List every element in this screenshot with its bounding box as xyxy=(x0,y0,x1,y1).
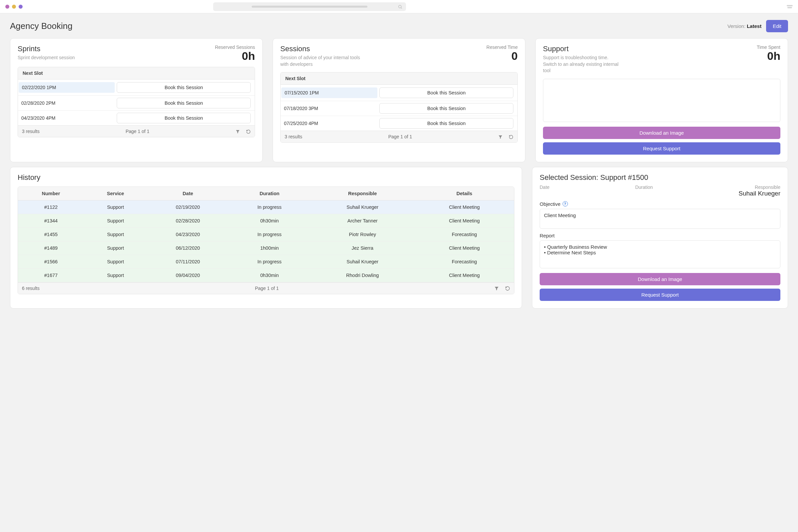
slot-date: 07/15/2020 1PM xyxy=(281,88,377,98)
slot-date: 07/18/2020 3PM xyxy=(281,103,378,114)
objective-value: Client Meeting xyxy=(544,212,576,218)
objective-textbox[interactable]: Client Meeting xyxy=(540,209,780,229)
sessions-subtitle: Session of advice of your internal tools… xyxy=(280,55,360,68)
history-cell-number: #1122 xyxy=(18,200,84,214)
book-session-button[interactable]: Book this Session xyxy=(379,88,513,98)
sprints-results-count: 3 results xyxy=(22,129,40,134)
selected-responsible-label: Responsible xyxy=(739,185,780,190)
history-cell-responsible: Jez Sierra xyxy=(310,241,415,255)
history-row[interactable]: #1489Support06/12/20201h00minJez SierraC… xyxy=(18,241,514,255)
sessions-results-count: 3 results xyxy=(285,134,302,139)
download-image-button[interactable]: Download an Image xyxy=(543,127,780,139)
history-cell-date: 06/12/2020 xyxy=(147,241,229,255)
book-session-button[interactable]: Book this Session xyxy=(117,82,251,93)
slot-date: 07/25/2020 4PM xyxy=(281,118,378,129)
slot-row: 07/25/2020 4PMBook this Session xyxy=(281,116,517,131)
history-cell-number: #1455 xyxy=(18,227,84,241)
page-header: Agency Booking Version: Latest Edit xyxy=(10,20,788,32)
history-row[interactable]: #1566Support07/11/2020In progressSuhail … xyxy=(18,255,514,268)
history-cell-responsible: Piotr Rowley xyxy=(310,227,415,241)
window-maximize-icon[interactable] xyxy=(19,5,23,8)
history-cell-details: Client Meeting xyxy=(415,200,514,214)
book-session-button[interactable]: Book this Session xyxy=(379,103,513,114)
request-support-button[interactable]: Request Support xyxy=(540,289,780,301)
history-row[interactable]: #1677Support09/04/20200h30minRhodri Dowl… xyxy=(18,268,514,282)
edit-button[interactable]: Edit xyxy=(766,20,788,32)
window-minimize-icon[interactable] xyxy=(12,5,16,8)
objective-label: Objective ? xyxy=(540,201,780,207)
support-stat-value: 0h xyxy=(757,50,780,62)
history-cell-date: 02/28/2020 xyxy=(147,214,229,227)
refresh-icon[interactable] xyxy=(246,128,251,134)
history-column-header: Number xyxy=(18,187,84,201)
report-label: Report xyxy=(540,233,780,239)
omni-search[interactable] xyxy=(213,2,406,11)
version-label: Version: xyxy=(727,23,745,29)
history-cell-number: #1566 xyxy=(18,255,84,268)
request-support-button[interactable]: Request Support xyxy=(543,142,780,155)
history-cell-details: Forecasting xyxy=(415,227,514,241)
filter-icon[interactable] xyxy=(494,285,499,291)
history-column-header: Duration xyxy=(229,187,310,201)
report-item: Determine Next Steps xyxy=(544,250,776,255)
refresh-icon[interactable] xyxy=(505,285,510,291)
history-cell-service: Support xyxy=(84,200,147,214)
history-cell-responsible: Suhail Krueger xyxy=(310,255,415,268)
history-cell-service: Support xyxy=(84,241,147,255)
history-row[interactable]: #1122Support02/19/2020In progressSuhail … xyxy=(18,200,514,214)
history-card: History NumberServiceDateDurationRespons… xyxy=(10,167,522,308)
search-icon xyxy=(398,4,403,9)
history-cell-responsible: Rhodri Dowling xyxy=(310,268,415,282)
download-image-button[interactable]: Download an Image xyxy=(540,273,780,285)
sprints-stat-label: Reserved Sessions xyxy=(215,44,255,50)
filter-icon[interactable] xyxy=(235,128,240,134)
sprints-subtitle: Sprint development session xyxy=(18,55,75,61)
support-card: Support Support is troubleshooting time.… xyxy=(535,38,788,162)
report-item: Quarterly Business Review xyxy=(544,244,776,250)
history-cell-date: 04/23/2020 xyxy=(147,227,229,241)
sidebar-toggle-icon[interactable] xyxy=(787,4,793,9)
history-cell-service: Support xyxy=(84,214,147,227)
sprints-table-footer: 3 results Page 1 of 1 xyxy=(18,125,255,137)
history-cell-responsible: Archer Tanner xyxy=(310,214,415,227)
slot-date: 02/22/2020 1PM xyxy=(19,82,115,93)
info-icon[interactable]: ? xyxy=(563,201,568,207)
slot-row: 04/23/2020 4PMBook this Session xyxy=(18,111,255,125)
history-cell-details: Forecasting xyxy=(415,255,514,268)
history-column-header: Service xyxy=(84,187,147,201)
history-cell-duration: In progress xyxy=(229,200,310,214)
history-table-footer: 6 results Page 1 of 1 xyxy=(18,282,514,294)
sprints-slot-table: Next Slot 02/22/2020 1PMBook this Sessio… xyxy=(18,67,255,137)
history-title: History xyxy=(18,173,514,182)
support-empty-area xyxy=(543,79,780,122)
slot-row: 07/18/2020 3PMBook this Session xyxy=(281,101,517,116)
selected-date-label: Date xyxy=(540,185,550,190)
support-subtitle: Support is troubleshooting time. Switch … xyxy=(543,55,623,74)
history-row[interactable]: #1455Support04/23/2020In progressPiotr R… xyxy=(18,227,514,241)
selected-duration-label: Duration xyxy=(635,185,653,190)
history-cell-duration: 1h00min xyxy=(229,241,310,255)
book-session-button[interactable]: Book this Session xyxy=(117,113,251,124)
window-controls[interactable] xyxy=(5,5,23,8)
history-column-header: Responsible xyxy=(310,187,415,201)
history-cell-details: Client Meeting xyxy=(415,241,514,255)
history-cell-date: 07/11/2020 xyxy=(147,255,229,268)
history-cell-details: Client Meeting xyxy=(415,214,514,227)
history-cell-service: Support xyxy=(84,255,147,268)
version-indicator: Version: Latest xyxy=(727,23,761,29)
sessions-stat-label: Reserved Time xyxy=(487,44,518,50)
selected-responsible-value: Suhail Krueger xyxy=(739,190,780,197)
book-session-button[interactable]: Book this Session xyxy=(117,98,251,108)
window-close-icon[interactable] xyxy=(5,5,9,8)
history-cell-number: #1489 xyxy=(18,241,84,255)
history-cell-date: 09/04/2020 xyxy=(147,268,229,282)
filter-icon[interactable] xyxy=(498,134,503,140)
history-table: NumberServiceDateDurationResponsibleDeta… xyxy=(18,187,514,294)
history-cell-responsible: Suhail Krueger xyxy=(310,200,415,214)
report-textbox[interactable]: Quarterly Business ReviewDetermine Next … xyxy=(540,241,780,268)
version-value: Latest xyxy=(747,23,761,29)
history-cell-duration: 0h30min xyxy=(229,214,310,227)
refresh-icon[interactable] xyxy=(509,134,513,140)
history-row[interactable]: #1344Support02/28/20200h30minArcher Tann… xyxy=(18,214,514,227)
book-session-button[interactable]: Book this Session xyxy=(379,118,513,129)
